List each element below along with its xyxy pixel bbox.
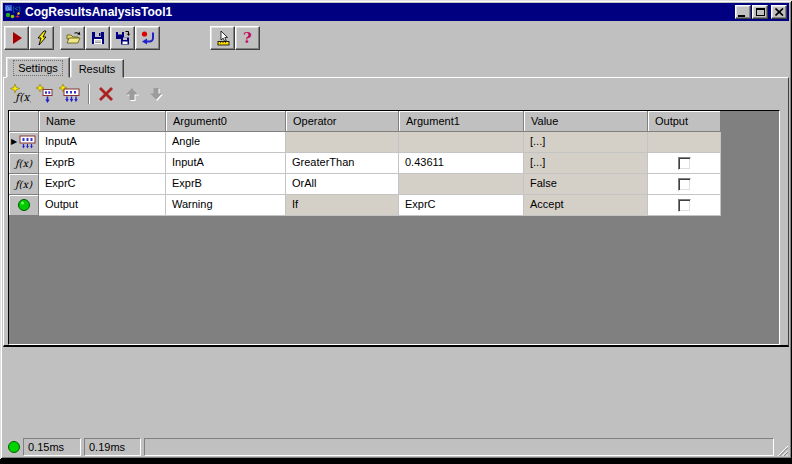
- add-expression-button[interactable]: ƒ(x): [8, 82, 32, 106]
- grid-cell[interactable]: 0.43611: [399, 153, 524, 174]
- input-terminal-icon: [17, 135, 37, 150]
- resize-grip[interactable]: [775, 443, 788, 456]
- column-header-argument0: Argument0: [166, 111, 286, 132]
- function-icon: ƒ(x): [15, 179, 32, 190]
- row-selector[interactable]: ƒ(x): [9, 153, 39, 174]
- move-down-button[interactable]: [144, 82, 168, 106]
- grid-cell[interactable]: Angle: [166, 132, 286, 153]
- add-inputs-button[interactable]: [58, 82, 82, 106]
- grid-cell: [648, 132, 721, 153]
- minimize-icon: [738, 15, 745, 17]
- grid-cell[interactable]: InputA: [166, 153, 286, 174]
- delete-button[interactable]: [94, 82, 118, 106]
- save-button[interactable]: [85, 26, 110, 50]
- move-down-icon: [147, 85, 165, 103]
- main-toolbar: ?: [2, 24, 790, 53]
- grid-cell[interactable]: Output: [39, 195, 166, 216]
- maximize-button[interactable]: [752, 5, 768, 19]
- grid-cell[interactable]: ExprC: [39, 174, 166, 195]
- grid-cell: [399, 132, 524, 153]
- value-ellipsis-cell[interactable]: [...]: [524, 153, 648, 174]
- close-icon: [775, 8, 784, 16]
- svg-text:(u: (u: [6, 5, 11, 11]
- help-icon: ?: [243, 31, 252, 46]
- grid-cell: [648, 195, 721, 216]
- add-input-icon: [35, 83, 57, 105]
- save-icon: [90, 30, 106, 46]
- svg-text:ƒ(x): ƒ(x): [13, 91, 31, 104]
- output-checkbox[interactable]: [678, 199, 691, 212]
- grid-table: Name Argument0 Operator Argument1 Value …: [9, 111, 721, 216]
- column-header-argument1: Argument1: [399, 111, 524, 132]
- grid-cell: If: [286, 195, 399, 216]
- status-led-icon: [8, 441, 20, 453]
- output-checkbox[interactable]: [678, 178, 691, 191]
- grid-cell[interactable]: Warning: [166, 195, 286, 216]
- grid-cell: [648, 174, 721, 195]
- function-icon: ƒ(x): [15, 158, 32, 169]
- row-selector[interactable]: [9, 195, 39, 216]
- tab-results-label: Results: [79, 63, 116, 75]
- grid-cell: [648, 153, 721, 174]
- grid-cell[interactable]: Accept: [524, 195, 648, 216]
- caption-buttons: [734, 5, 787, 19]
- pointer-ruler-icon: [215, 30, 231, 46]
- value-ellipsis-cell[interactable]: [...]: [524, 132, 648, 153]
- tab-settings[interactable]: Settings: [6, 57, 70, 78]
- move-up-button[interactable]: [120, 82, 144, 106]
- move-up-icon: [123, 85, 141, 103]
- window-title: CogResultsAnalysisTool1: [25, 5, 172, 19]
- column-header-output: Output: [648, 111, 721, 132]
- pointer-tool-button[interactable]: [210, 26, 235, 50]
- grid-cell: [399, 174, 524, 195]
- grid-cell[interactable]: GreaterThan: [286, 153, 399, 174]
- svg-text:(<): (<): [13, 5, 21, 13]
- open-folder-icon: [65, 30, 81, 46]
- titlebar: (u (<) + CogResultsAnalysisTool1: [3, 3, 789, 21]
- app-icon[interactable]: (u (<) +: [5, 4, 21, 20]
- status-bar: 0.15ms 0.19ms: [3, 437, 789, 457]
- column-header-operator: Operator: [286, 111, 399, 132]
- grid-cell[interactable]: ExprC: [399, 195, 524, 216]
- output-led-icon: [16, 197, 32, 213]
- column-header-name: Name: [39, 111, 166, 132]
- run-once-button[interactable]: [29, 26, 54, 50]
- maximize-icon: [756, 8, 765, 16]
- run-button[interactable]: [4, 26, 29, 50]
- reset-icon: [140, 30, 156, 46]
- save-as-button[interactable]: [110, 26, 135, 50]
- grid-cell: [286, 132, 399, 153]
- grid-cell[interactable]: ExprB: [39, 153, 166, 174]
- close-button[interactable]: [771, 5, 787, 19]
- run-icon: [9, 30, 25, 46]
- status-message: [144, 438, 774, 456]
- row-selector[interactable]: ▶: [9, 132, 39, 153]
- add-input-button[interactable]: [34, 82, 58, 106]
- add-inputs-icon: [58, 83, 82, 105]
- column-header-selector: [9, 111, 39, 132]
- add-expression-icon: ƒ(x): [9, 83, 31, 105]
- column-header-value: Value: [524, 111, 648, 132]
- delete-icon: [97, 85, 115, 103]
- tab-settings-label: Settings: [13, 60, 63, 76]
- tool-window: (u (<) + CogResultsAnalysisTool1: [0, 0, 792, 459]
- grid-cell[interactable]: OrAll: [286, 174, 399, 195]
- save-as-icon: [115, 30, 131, 46]
- current-row-marker: ▶: [11, 138, 17, 146]
- grid-cell[interactable]: InputA: [39, 132, 166, 153]
- toolbar-separator: [88, 84, 90, 104]
- lightning-icon: [34, 30, 50, 46]
- help-button[interactable]: ?: [235, 26, 260, 50]
- output-checkbox[interactable]: [678, 157, 691, 170]
- status-time-2: 0.19ms: [84, 438, 141, 456]
- tab-results[interactable]: Results: [70, 59, 124, 78]
- grid-cell[interactable]: ExprB: [166, 174, 286, 195]
- expressions-grid: Name Argument0 Operator Argument1 Value …: [8, 110, 780, 345]
- grid-cell[interactable]: False: [524, 174, 648, 195]
- open-button[interactable]: [60, 26, 85, 50]
- row-selector[interactable]: ƒ(x): [9, 174, 39, 195]
- status-time-1: 0.15ms: [23, 438, 81, 456]
- settings-tab-page: ƒ(x): [3, 77, 789, 347]
- minimize-button[interactable]: [735, 5, 751, 19]
- reset-button[interactable]: [135, 26, 160, 50]
